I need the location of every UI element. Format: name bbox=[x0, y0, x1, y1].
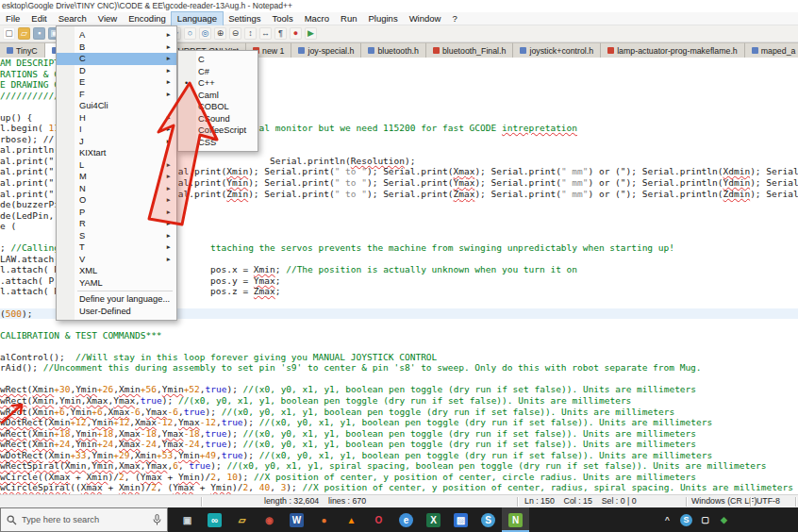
play-macro-icon[interactable]: ▶ bbox=[305, 27, 317, 40]
language-menu-item-kixtart[interactable]: KIXtart bbox=[57, 147, 176, 159]
tab-maped-a[interactable]: maped_a bbox=[745, 42, 798, 58]
open-folder-icon[interactable]: ▱ bbox=[18, 27, 30, 40]
sync-horizontal-icon[interactable]: ↔ bbox=[259, 27, 272, 40]
replace-icon[interactable]: ◎ bbox=[199, 27, 211, 40]
language-menu-item-m[interactable]: M► bbox=[57, 171, 176, 183]
language-menu-item-i[interactable]: I► bbox=[57, 124, 176, 136]
tray-onedrive-icon[interactable]: ▢ bbox=[699, 514, 711, 526]
search-placeholder: Type here to search bbox=[22, 515, 148, 524]
taskbar-opera-icon[interactable]: O bbox=[365, 507, 392, 532]
zoom-out-icon[interactable]: ⊖ bbox=[229, 27, 241, 40]
taskbar-edge-icon[interactable]: e bbox=[392, 507, 420, 532]
taskbar-notepad-plus-plus-icon[interactable]: N bbox=[502, 507, 529, 532]
menu-search[interactable]: Search bbox=[53, 12, 92, 25]
tab-joystick+control-h[interactable]: joystick+control.h bbox=[513, 42, 601, 58]
taskbar-word-icon[interactable]: W bbox=[283, 507, 310, 532]
opera-icon: O bbox=[372, 513, 386, 527]
submenu-arrow-icon: ► bbox=[166, 124, 172, 136]
microphone-icon[interactable] bbox=[153, 514, 161, 525]
language-menu-item-gui4cli[interactable]: Gui4Cli bbox=[57, 100, 176, 112]
status-divider bbox=[750, 497, 751, 507]
menu-help[interactable]: ? bbox=[446, 12, 462, 25]
zoom-in-icon[interactable]: ⊕ bbox=[214, 27, 226, 40]
language-menu-item-r[interactable]: R► bbox=[57, 218, 176, 230]
menu-settings[interactable]: Settings bbox=[223, 12, 266, 25]
language-menu-item-d[interactable]: D► bbox=[57, 65, 176, 77]
tab-bluetooth-h[interactable]: bluetooth.h bbox=[361, 42, 426, 58]
language-menu-item-b[interactable]: B► bbox=[57, 42, 176, 54]
tray-expand-icon[interactable]: ^ bbox=[661, 514, 673, 526]
language-submenu-item-caml[interactable]: Caml bbox=[178, 90, 258, 102]
menu-tools[interactable]: Tools bbox=[266, 12, 298, 25]
language-menu-item-v[interactable]: V► bbox=[57, 254, 176, 266]
language-menu-item-define-your-language[interactable]: Define your language... bbox=[57, 293, 176, 306]
edge-icon: e bbox=[399, 513, 413, 527]
taskbar-arduino-icon[interactable]: ∞ bbox=[201, 507, 228, 532]
code-line: wRect(Xmin+30,Ymin+26,Xmin+56,Ymin+52,tr… bbox=[0, 384, 798, 395]
record-macro-icon[interactable]: ● bbox=[290, 27, 302, 40]
language-menu-item-n[interactable]: N► bbox=[57, 183, 176, 195]
menu-file[interactable]: File bbox=[0, 12, 25, 25]
menu-macro[interactable]: Macro bbox=[299, 12, 335, 25]
menu-run[interactable]: Run bbox=[335, 12, 362, 25]
taskbar-skype-icon[interactable]: S bbox=[474, 507, 502, 532]
taskbar-task-view-icon[interactable]: ▣ bbox=[174, 507, 201, 532]
tray-skype-icon[interactable]: S bbox=[680, 514, 692, 526]
language-submenu-item-c[interactable]: C bbox=[178, 54, 258, 66]
search-icon bbox=[7, 515, 17, 525]
sync-vertical-icon[interactable]: ↕ bbox=[244, 27, 257, 40]
taskbar-firefox-icon[interactable]: ● bbox=[310, 507, 338, 532]
language-submenu-item-css[interactable]: CSS bbox=[178, 137, 258, 149]
language-menu-item-c[interactable]: C► bbox=[57, 53, 176, 65]
menu-language[interactable]: Language bbox=[172, 12, 223, 25]
tab-label: lamp-actuator-prog-makeflame.h bbox=[617, 43, 738, 58]
tab-joy-special-h[interactable]: joy-special.h bbox=[291, 42, 361, 58]
arduino-icon: ∞ bbox=[208, 513, 222, 527]
language-menu-item-e[interactable]: E► bbox=[57, 76, 176, 89]
taskbar-vlc-icon[interactable]: ▲ bbox=[338, 507, 365, 532]
find-icon[interactable]: ○ bbox=[184, 27, 196, 40]
submenu-arrow-icon: ► bbox=[166, 241, 172, 254]
language-menu-item-p[interactable]: P► bbox=[57, 207, 176, 219]
submenu-arrow-icon: ► bbox=[166, 76, 172, 89]
selected-language-dot-icon: • bbox=[185, 77, 188, 90]
language-menu-item-f[interactable]: F► bbox=[57, 89, 176, 101]
status-encoding: UTF-8 bbox=[756, 495, 780, 507]
taskbar-search[interactable]: Type here to search bbox=[0, 507, 168, 532]
save-icon[interactable]: ▪ bbox=[33, 27, 45, 40]
tab-label: TinyC bbox=[16, 43, 38, 58]
language-submenu-item-csound[interactable]: CSound bbox=[178, 113, 258, 125]
language-menu-item-yaml[interactable]: YAML bbox=[57, 277, 176, 290]
tray-shield-icon[interactable]: ◆ bbox=[718, 514, 730, 526]
excel-icon: X bbox=[426, 513, 441, 527]
language-submenu-item-coffeescript[interactable]: CoffeeScript bbox=[178, 125, 258, 137]
language-menu-item-a[interactable]: A► bbox=[57, 29, 176, 42]
language-submenu-item-cobol[interactable]: COBOL bbox=[178, 101, 258, 113]
language-submenu-item-c#[interactable]: C# bbox=[178, 66, 258, 78]
word-wrap-icon[interactable]: ¶ bbox=[274, 27, 287, 40]
language-menu-item-o[interactable]: O► bbox=[57, 194, 176, 207]
file-status-icon bbox=[368, 47, 374, 54]
tab-bluetooth-final-h[interactable]: bluetooth_Final.h bbox=[426, 42, 514, 58]
language-menu-item-h[interactable]: H► bbox=[57, 112, 176, 125]
language-menu-item-t[interactable]: T► bbox=[57, 241, 176, 254]
language-menu-item-xml[interactable]: XML bbox=[57, 265, 176, 277]
language-menu-item-s[interactable]: S► bbox=[57, 230, 176, 242]
language-submenu-item-c++[interactable]: •C++ bbox=[178, 77, 258, 90]
taskbar-file-explorer-icon[interactable]: ▱ bbox=[228, 507, 256, 532]
menu-window[interactable]: Window bbox=[404, 12, 447, 25]
taskbar-photos-icon[interactable]: ▨ bbox=[447, 507, 474, 532]
menu-edit[interactable]: Edit bbox=[25, 12, 52, 25]
taskbar-excel-icon[interactable]: X bbox=[420, 507, 447, 532]
language-menu-item-user-defined[interactable]: User-Defined bbox=[57, 306, 176, 318]
taskbar-chrome-icon[interactable]: ◉ bbox=[256, 507, 283, 532]
language-menu-item-j[interactable]: J► bbox=[57, 136, 176, 148]
language-menu-item-l[interactable]: L► bbox=[57, 159, 176, 172]
menu-plugins[interactable]: Plugins bbox=[362, 12, 403, 25]
menu-encoding[interactable]: Encoding bbox=[123, 12, 172, 25]
tab-lamp-actuator-prog-makeflame-h[interactable]: lamp-actuator-prog-makeflame.h bbox=[601, 42, 745, 58]
language-menu: A►B►C►D►E►F►Gui4CliH►I►J►KIXtartL►M►N►O►… bbox=[56, 25, 177, 321]
menu-view[interactable]: View bbox=[92, 12, 123, 25]
new-file-icon[interactable]: ▢ bbox=[3, 27, 15, 40]
tab-tinyc[interactable]: TinyC bbox=[0, 42, 45, 58]
